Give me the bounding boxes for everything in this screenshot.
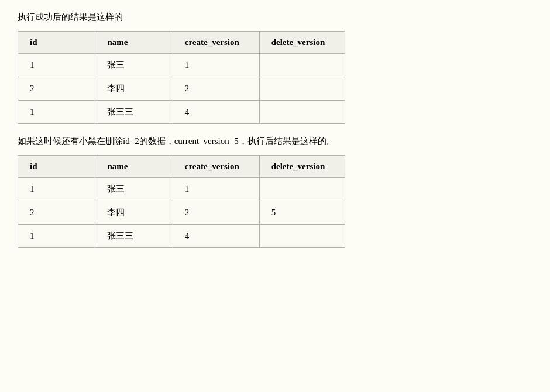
table-row: 2李四2 [18, 77, 345, 101]
table1-header-name: name [95, 32, 173, 54]
table1-header-id: id [18, 32, 95, 54]
table2-header-row: id name create_version delete_version [18, 156, 345, 178]
table2-cell-0-0: 1 [18, 178, 95, 201]
table2-header-id: id [18, 156, 95, 178]
table1-cell-2-0: 1 [18, 101, 95, 124]
table-row: 1张三三4 [18, 225, 345, 248]
table1-cell-0-0: 1 [18, 54, 95, 77]
table1-cell-2-3 [259, 101, 345, 124]
table-row: 1张三1 [18, 54, 345, 77]
table2-cell-1-0: 2 [18, 201, 95, 225]
table2-cell-2-2: 4 [173, 225, 259, 248]
table2-header-delete-version: delete_version [259, 156, 345, 178]
table2-cell-0-3 [259, 178, 345, 201]
table2-header-create-version: create_version [173, 156, 259, 178]
section1-description: 执行成功后的结果是这样的 [18, 12, 532, 23]
table2-cell-0-2: 1 [173, 178, 259, 201]
table1-cell-0-2: 1 [173, 54, 259, 77]
table1-cell-1-0: 2 [18, 77, 95, 101]
table1-cell-2-1: 张三三 [95, 101, 173, 124]
table2-cell-2-0: 1 [18, 225, 95, 248]
table1-cell-1-1: 李四 [95, 77, 173, 101]
table-row: 1张三1 [18, 178, 345, 201]
table2: id name create_version delete_version 1张… [18, 155, 345, 248]
table2-header-name: name [95, 156, 173, 178]
table1-cell-1-3 [259, 77, 345, 101]
table1-header-row: id name create_version delete_version [18, 32, 345, 54]
table1-cell-0-1: 张三 [95, 54, 173, 77]
table-row: 1张三三4 [18, 101, 345, 124]
table2-cell-1-2: 2 [173, 201, 259, 225]
table1-cell-2-2: 4 [173, 101, 259, 124]
table1-header-create-version: create_version [173, 32, 259, 54]
table-row: 2李四25 [18, 201, 345, 225]
table1-cell-1-2: 2 [173, 77, 259, 101]
table2-cell-2-3 [259, 225, 345, 248]
table2-cell-2-1: 张三三 [95, 225, 173, 248]
table2-cell-1-3: 5 [259, 201, 345, 225]
table1-cell-0-3 [259, 54, 345, 77]
table2-cell-1-1: 李四 [95, 201, 173, 225]
table1: id name create_version delete_version 1张… [18, 31, 345, 124]
table2-cell-0-1: 张三 [95, 178, 173, 201]
section2-description: 如果这时候还有小黑在删除id=2的数据，current_version=5，执行… [18, 136, 532, 147]
table1-header-delete-version: delete_version [259, 32, 345, 54]
